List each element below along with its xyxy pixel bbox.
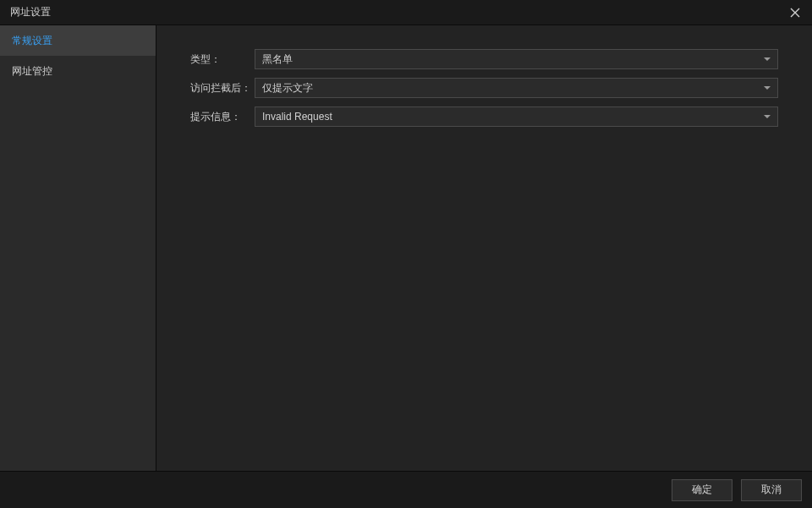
chevron-down-icon <box>764 86 771 90</box>
titlebar: 网址设置 <box>0 0 812 25</box>
sidebar-item-label: 网址管控 <box>12 64 52 79</box>
close-icon <box>790 8 800 18</box>
chevron-down-icon <box>764 115 771 118</box>
cancel-label: 取消 <box>761 483 782 497</box>
type-label: 类型： <box>190 52 255 67</box>
hint-dropdown[interactable]: Invalid Request <box>255 107 778 127</box>
form-row-block: 访问拦截后： 仅提示文字 <box>190 78 778 98</box>
close-button[interactable] <box>778 0 812 25</box>
type-value: 黑名单 <box>262 52 293 67</box>
sidebar-item-url-control[interactable]: 网址管控 <box>0 56 156 86</box>
hint-label: 提示信息： <box>190 110 255 124</box>
form-row-hint: 提示信息： Invalid Request <box>190 107 778 127</box>
block-dropdown[interactable]: 仅提示文字 <box>255 78 778 98</box>
block-label: 访问拦截后： <box>190 81 255 96</box>
type-dropdown[interactable]: 黑名单 <box>255 49 778 69</box>
ok-label: 确定 <box>692 483 712 497</box>
window-title: 网址设置 <box>10 5 51 19</box>
sidebar-item-general[interactable]: 常规设置 <box>0 25 156 56</box>
sidebar-item-label: 常规设置 <box>12 34 52 48</box>
content-area: 常规设置 网址管控 类型： 黑名单 访问拦截后： 仅提示文字 提示信息： Inv… <box>0 25 812 471</box>
chevron-down-icon <box>764 57 771 61</box>
hint-value: Invalid Request <box>262 111 332 123</box>
main-panel: 类型： 黑名单 访问拦截后： 仅提示文字 提示信息： Invalid Reque… <box>156 25 812 471</box>
footer: 确定 取消 <box>0 471 812 508</box>
ok-button[interactable]: 确定 <box>672 479 732 501</box>
cancel-button[interactable]: 取消 <box>741 479 802 501</box>
sidebar: 常规设置 网址管控 <box>0 25 156 471</box>
form-row-type: 类型： 黑名单 <box>190 49 778 69</box>
block-value: 仅提示文字 <box>262 81 313 96</box>
